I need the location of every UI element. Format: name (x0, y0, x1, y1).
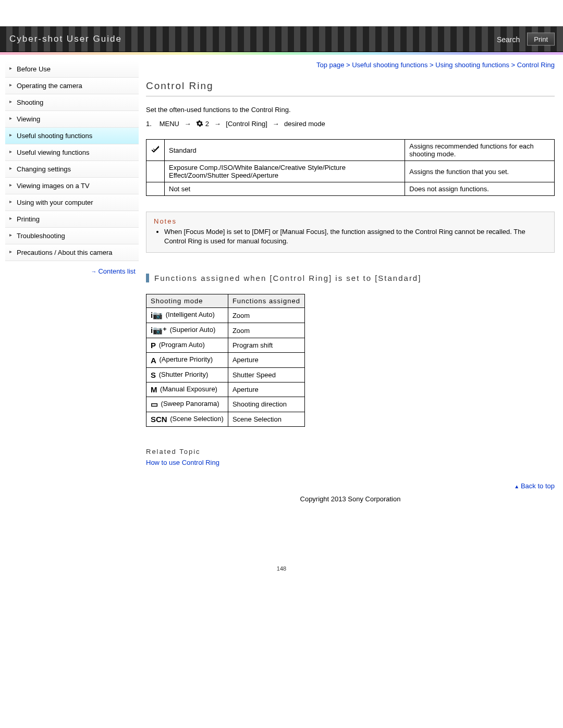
note-item: When [Focus Mode] is set to [DMF] or [Ma… (164, 227, 547, 246)
table-row: i📷⁺ (Superior Auto)Zoom (146, 323, 305, 338)
mode-icon: ▭ (151, 400, 158, 409)
check-icon (151, 148, 160, 156)
sidebar-item[interactable]: Before Use (5, 61, 139, 78)
related-topic-title: Related Topic (146, 448, 555, 455)
option-name: Standard (165, 140, 405, 161)
main-content: Top page > Useful shooting functions > U… (146, 61, 555, 565)
table-row: SCN (Scene Selection)Scene Selection (146, 412, 305, 426)
sidebar-item[interactable]: Using with your computer (5, 194, 139, 211)
table-row: A (Aperture Priority)Aperture (146, 353, 305, 367)
modes-table: Shooting modeFunctions assignedi📷 (Intel… (146, 294, 305, 426)
function-cell: Scene Selection (228, 412, 304, 426)
step-number: 1. (146, 120, 157, 128)
sidebar-item[interactable]: Printing (5, 211, 139, 228)
table-header: Shooting mode (146, 294, 228, 308)
mode-icon: P (151, 341, 156, 350)
table-row: StandardAssigns recommended functions fo… (146, 140, 555, 161)
sidebar-item[interactable]: Useful viewing functions (5, 144, 139, 161)
print-button[interactable]: Print (527, 33, 555, 46)
notes-box: Notes When [Focus Mode] is set to [DMF] … (146, 212, 555, 253)
mode-cell: i📷⁺ (Superior Auto) (146, 323, 228, 338)
option-name: Exposure Comp./ISO/White Balance/Creativ… (165, 161, 405, 182)
breadcrumb[interactable]: Top page > Useful shooting functions > U… (146, 61, 555, 69)
function-cell: Shutter Speed (228, 367, 304, 382)
sidebar-list: Before UseOperating the cameraShootingVi… (5, 61, 139, 261)
option-name: Not set (165, 182, 405, 196)
option-desc: Assigns the function that you set. (405, 161, 555, 182)
header-actions: Search Print (497, 33, 555, 46)
arrow-icon: → (214, 120, 221, 128)
sidebar-item[interactable]: Troubleshooting (5, 228, 139, 244)
app-title: Cyber-shot User Guide (9, 34, 122, 44)
function-cell: Zoom (228, 323, 304, 338)
function-cell: Aperture (228, 353, 304, 367)
sidebar-item[interactable]: Operating the camera (5, 78, 139, 94)
mode-cell: ▭ (Sweep Panorama) (146, 397, 228, 412)
mode-cell: P (Program Auto) (146, 338, 228, 353)
header-bar: Cyber-shot User Guide Search Print (0, 26, 563, 52)
page-title: Control Ring (146, 80, 555, 96)
arrow-icon: → (272, 120, 279, 128)
table-row: P (Program Auto)Program shift (146, 338, 305, 353)
table-row: M (Manual Exposure)Aperture (146, 382, 305, 397)
sidebar-item[interactable]: Shooting (5, 94, 139, 111)
mode-cell: M (Manual Exposure) (146, 382, 228, 397)
back-to-top-link[interactable]: Back to top (514, 482, 555, 490)
option-desc: Assigns recommended functions for each s… (405, 140, 555, 161)
mode-cell: SCN (Scene Selection) (146, 412, 228, 426)
option-icon-cell (146, 140, 165, 161)
table-row: Not setDoes not assign functions. (146, 182, 555, 196)
table-row: S (Shutter Priority)Shutter Speed (146, 367, 305, 382)
mode-icon: i📷 (151, 311, 163, 320)
sidebar-item[interactable]: Precautions / About this camera (5, 244, 139, 261)
page-number: 148 (0, 565, 563, 587)
sidebar: Before UseOperating the cameraShootingVi… (5, 61, 139, 565)
options-table: StandardAssigns recommended functions fo… (146, 139, 555, 196)
control-ring-bracket: [Control Ring] (226, 120, 267, 128)
menu-path: 1. MENU → 2 → [Control Ring] → desired m… (146, 120, 555, 128)
table-header: Functions assigned (228, 294, 304, 308)
mode-icon: i📷⁺ (151, 326, 167, 335)
notes-title: Notes (154, 217, 547, 225)
function-cell: Zoom (228, 308, 304, 323)
desired-mode-label: desired mode (284, 120, 325, 128)
section-subheading: Functions assigned when [Control Ring] i… (146, 274, 555, 282)
mode-icon: M (151, 385, 157, 394)
option-icon-cell (146, 161, 165, 182)
mode-cell: S (Shutter Priority) (146, 367, 228, 382)
copyright-text: Copyright 2013 Sony Corporation (146, 495, 555, 503)
option-desc: Does not assign functions. (405, 182, 555, 196)
intro-text: Set the often-used functions to the Cont… (146, 106, 555, 114)
function-cell: Shooting direction (228, 397, 304, 412)
contents-list-link[interactable]: Contents list (91, 267, 136, 275)
sidebar-item[interactable]: Viewing images on a TV (5, 178, 139, 194)
mode-icon: A (151, 356, 156, 365)
mode-cell: i📷 (Intelligent Auto) (146, 308, 228, 323)
gear-icon (196, 120, 203, 127)
sidebar-item[interactable]: Changing settings (5, 161, 139, 178)
sidebar-item[interactable]: Useful shooting functions (5, 128, 139, 144)
table-row: i📷 (Intelligent Auto)Zoom (146, 308, 305, 323)
sidebar-item[interactable]: Viewing (5, 111, 139, 128)
search-link[interactable]: Search (497, 35, 520, 43)
back-to-top-wrap: Back to top (146, 482, 555, 490)
table-row: Exposure Comp./ISO/White Balance/Creativ… (146, 161, 555, 182)
mode-icon: S (151, 371, 156, 379)
function-cell: Aperture (228, 382, 304, 397)
menu-label: MENU (160, 120, 179, 128)
mode-icon: SCN (151, 415, 167, 424)
option-icon-cell (146, 182, 165, 196)
related-topic-link[interactable]: How to use Control Ring (146, 459, 219, 466)
table-row: ▭ (Sweep Panorama)Shooting direction (146, 397, 305, 412)
arrow-icon: → (185, 120, 191, 128)
mode-cell: A (Aperture Priority) (146, 353, 228, 367)
contents-list-wrap: Contents list (5, 261, 139, 281)
notes-list: When [Focus Mode] is set to [DMF] or [Ma… (154, 227, 547, 246)
settings-number: 2 (205, 120, 209, 128)
function-cell: Program shift (228, 338, 304, 353)
